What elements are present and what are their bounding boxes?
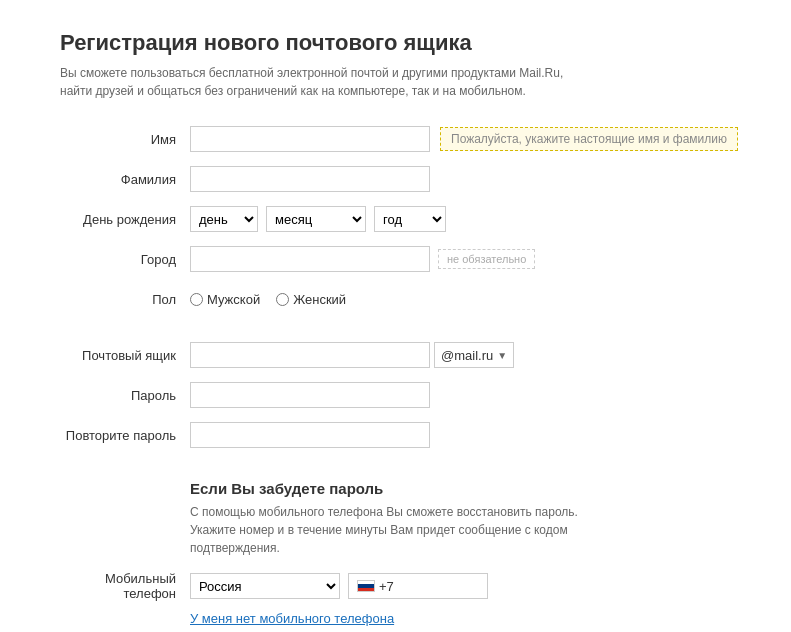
city-optional-hint: не обязательно xyxy=(438,249,535,269)
name-row: Имя Пожалуйста, укажите настоящие имя и … xyxy=(60,124,731,154)
gender-female-label: Женский xyxy=(293,292,346,307)
password-repeat-input[interactable] xyxy=(190,422,430,448)
password-input[interactable] xyxy=(190,382,430,408)
russia-flag-icon xyxy=(357,580,375,592)
dob-label: День рождения xyxy=(60,212,190,227)
password-repeat-label: Повторите пароль xyxy=(60,428,190,443)
email-input[interactable] xyxy=(190,342,430,368)
name-input[interactable] xyxy=(190,126,430,152)
city-input-group: не обязательно xyxy=(190,246,535,272)
name-input-group: Пожалуйста, укажите настоящие имя и фами… xyxy=(190,126,738,152)
dob-row: День рождения день месяц год xyxy=(60,204,731,234)
city-label: Город xyxy=(60,252,190,267)
recovery-desc: С помощью мобильного телефона Вы сможете… xyxy=(190,503,640,557)
email-input-group: @mail.ru ▼ xyxy=(190,342,514,368)
gender-male-label: Мужской xyxy=(207,292,260,307)
dob-year-select[interactable]: год xyxy=(374,206,446,232)
email-domain-selector[interactable]: @mail.ru ▼ xyxy=(434,342,514,368)
no-phone-link[interactable]: У меня нет мобильного телефона xyxy=(190,611,731,626)
email-domain-arrow-icon: ▼ xyxy=(497,350,507,361)
gender-row: Пол Мужской Женский xyxy=(60,284,731,314)
recovery-section: Если Вы забудете пароль С помощью мобиль… xyxy=(190,480,731,557)
mailbox-label: Почтовый ящик xyxy=(60,348,190,363)
password-row: Пароль xyxy=(60,380,731,410)
divider-2 xyxy=(60,460,731,480)
surname-row: Фамилия xyxy=(60,164,731,194)
phone-input-group: Россия +7 xyxy=(190,573,488,599)
gender-female-radio[interactable] xyxy=(276,293,289,306)
password-label: Пароль xyxy=(60,388,190,403)
surname-input[interactable] xyxy=(190,166,430,192)
phone-label: Мобильный телефон xyxy=(60,571,190,601)
dob-day-select[interactable]: день xyxy=(190,206,258,232)
gender-label: Пол xyxy=(60,292,190,307)
page-subtitle: Вы сможете пользоваться бесплатной элект… xyxy=(60,64,640,100)
recovery-desc-line2: Укажите номер и в течение минуты Вам при… xyxy=(190,523,568,555)
password-repeat-row: Повторите пароль xyxy=(60,420,731,450)
page-title: Регистрация нового почтового ящика xyxy=(60,30,731,56)
gender-options: Мужской Женский xyxy=(190,292,346,307)
gender-female-option[interactable]: Женский xyxy=(276,292,346,307)
page-wrapper: Регистрация нового почтового ящика Вы см… xyxy=(0,0,791,632)
dob-month-select[interactable]: месяц xyxy=(266,206,366,232)
registration-form: Имя Пожалуйста, укажите настоящие имя и … xyxy=(60,124,731,632)
country-select[interactable]: Россия xyxy=(190,573,340,599)
email-domain-text: @mail.ru xyxy=(441,348,493,363)
mailbox-row: Почтовый ящик @mail.ru ▼ xyxy=(60,340,731,370)
name-tooltip: Пожалуйста, укажите настоящие имя и фами… xyxy=(440,127,738,151)
gender-male-radio[interactable] xyxy=(190,293,203,306)
surname-label: Фамилия xyxy=(60,172,190,187)
city-row: Город не обязательно xyxy=(60,244,731,274)
name-label: Имя xyxy=(60,132,190,147)
gender-male-option[interactable]: Мужской xyxy=(190,292,260,307)
phone-prefix-box: +7 xyxy=(348,573,488,599)
recovery-title: Если Вы забудете пароль xyxy=(190,480,731,497)
recovery-desc-line1: С помощью мобильного телефона Вы сможете… xyxy=(190,505,578,519)
dob-selects: день месяц год xyxy=(190,206,446,232)
city-input[interactable] xyxy=(190,246,430,272)
phone-row: Мобильный телефон Россия +7 xyxy=(60,571,731,601)
divider-1 xyxy=(60,324,731,340)
phone-prefix-text: +7 xyxy=(379,579,394,594)
